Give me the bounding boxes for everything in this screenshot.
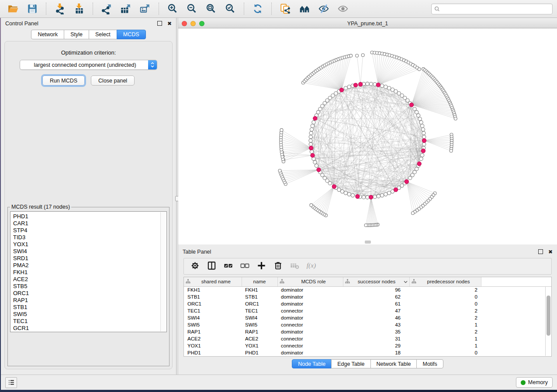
ring-node[interactable] [312, 120, 315, 124]
table-row[interactable]: ACE2ACE2connector311 [184, 335, 551, 342]
mcds-hub-node[interactable] [409, 103, 413, 107]
mcds-result-item[interactable]: FKH1 [13, 269, 166, 276]
ring-node[interactable] [421, 124, 424, 127]
ring-node[interactable] [340, 190, 344, 193]
tab-motifs[interactable]: Motifs [416, 359, 443, 368]
ring-node[interactable] [377, 194, 380, 198]
close-table-panel-icon[interactable]: ✖ [548, 249, 553, 254]
table-scrollbar[interactable] [545, 287, 551, 356]
save-session-button[interactable] [24, 2, 41, 16]
leaf-node[interactable] [454, 117, 457, 120]
ring-node[interactable] [309, 135, 312, 138]
close-panel-icon[interactable]: ✖ [167, 21, 172, 26]
mcds-result-item[interactable]: RAP1 [13, 297, 166, 304]
tab-mcds[interactable]: MCDS [117, 30, 146, 39]
leaf-node[interactable] [450, 149, 453, 152]
optimization-criterion-select[interactable]: largest connected component (undirected) [20, 60, 157, 70]
leaf-node[interactable] [361, 54, 364, 57]
table-row[interactable]: PHD1PHD1dominator180 [184, 349, 551, 356]
mcds-result-item[interactable]: STB1 [13, 304, 166, 311]
table-settings-button[interactable] [187, 260, 202, 273]
ring-node[interactable] [387, 86, 391, 90]
ring-node[interactable] [362, 196, 365, 199]
column-header-predecessor-nodes[interactable]: predecessor nodes [409, 277, 481, 286]
ring-node[interactable] [347, 193, 351, 196]
float-table-panel-icon[interactable] [538, 249, 543, 254]
ring-node[interactable] [417, 113, 420, 117]
ring-node[interactable] [310, 150, 313, 153]
leaf-node[interactable] [364, 224, 367, 227]
float-panel-icon[interactable] [157, 21, 162, 26]
mcds-result-item[interactable]: GCR1 [13, 325, 166, 332]
mcds-result-item[interactable]: CAR1 [13, 220, 166, 227]
mcds-result-item[interactable]: ACE2 [13, 276, 166, 283]
column-header-name[interactable]: name [242, 277, 277, 286]
split-view-button[interactable] [204, 260, 219, 273]
ring-node[interactable] [384, 85, 387, 89]
column-header-successor-nodes[interactable]: successor nodes [343, 277, 409, 286]
mcds-hub-node[interactable] [394, 188, 398, 192]
network-overview-button[interactable] [296, 2, 313, 16]
leaf-node[interactable] [411, 212, 414, 215]
table-row[interactable]: SWI4SWI4dominator462 [184, 314, 551, 321]
new-network-from-selection-button[interactable] [277, 2, 294, 16]
ring-node[interactable] [415, 110, 419, 114]
ring-node[interactable] [421, 154, 424, 157]
table-row[interactable]: FKH1FKH1dominator962 [184, 286, 551, 293]
tab-style[interactable]: Style [64, 30, 89, 39]
mcds-result-item[interactable]: STP4 [13, 227, 166, 234]
ring-node[interactable] [408, 176, 412, 180]
apply-layout-button[interactable] [249, 2, 266, 16]
mcds-hub-node[interactable] [376, 83, 380, 87]
export-network-button[interactable] [98, 2, 115, 16]
network-graph[interactable] [178, 28, 557, 244]
ring-node[interactable] [366, 196, 369, 199]
leaf-node[interactable] [418, 68, 421, 71]
ring-node[interactable] [347, 85, 351, 89]
leaf-node[interactable] [356, 54, 359, 57]
task-history-button[interactable] [5, 377, 17, 388]
close-panel-button[interactable]: Close panel [91, 76, 135, 86]
ring-node[interactable] [351, 194, 354, 197]
select-all-button[interactable] [221, 260, 235, 273]
mcds-hub-node[interactable] [359, 82, 363, 86]
mcds-hub-node[interactable] [356, 194, 360, 198]
zoom-selected-button[interactable] [221, 2, 239, 16]
delete-row-button[interactable] [270, 260, 285, 273]
zoom-out-button[interactable] [183, 2, 201, 16]
ring-node[interactable] [418, 117, 422, 120]
mcds-result-item[interactable]: STB5 [13, 283, 166, 290]
mcds-hub-node[interactable] [353, 83, 357, 87]
mcds-hub-node[interactable] [422, 138, 426, 142]
mcds-result-item[interactable]: YOX1 [13, 241, 166, 248]
mcds-result-item[interactable]: SWI4 [13, 248, 166, 255]
tab-network-table[interactable]: Network Table [370, 359, 417, 368]
ring-node[interactable] [344, 191, 347, 195]
export-image-button[interactable] [136, 2, 154, 16]
ring-node[interactable] [391, 88, 394, 91]
mcds-hub-node[interactable] [311, 153, 315, 157]
ring-node[interactable] [384, 193, 387, 196]
mcds-hub-node[interactable] [309, 146, 313, 150]
leaf-node[interactable] [310, 203, 313, 206]
table-row[interactable]: SWI5SWI5connector431 [184, 321, 551, 328]
mcds-list-scrollbar[interactable] [160, 212, 166, 331]
mcds-result-item[interactable]: SWI5 [13, 311, 166, 318]
ring-node[interactable] [309, 131, 313, 135]
ring-node[interactable] [309, 139, 312, 142]
search-input[interactable] [440, 6, 550, 12]
column-header-shared-name[interactable]: shared name [184, 277, 242, 286]
ring-node[interactable] [422, 135, 426, 138]
memory-button[interactable]: Memory [516, 377, 553, 388]
ring-node[interactable] [381, 194, 384, 197]
table-scrollbar-thumb[interactable] [547, 296, 550, 336]
ring-node[interactable] [387, 191, 391, 195]
import-network-button[interactable] [51, 2, 69, 16]
network-canvas[interactable] [178, 28, 557, 244]
ring-node[interactable] [422, 142, 426, 146]
mcds-result-item[interactable]: TID3 [13, 234, 166, 241]
mcds-hub-node[interactable] [421, 149, 425, 153]
ring-node[interactable] [419, 157, 423, 161]
table-row[interactable]: RAP1RAP1dominator352 [184, 328, 551, 335]
mcds-hub-node[interactable] [369, 195, 373, 199]
